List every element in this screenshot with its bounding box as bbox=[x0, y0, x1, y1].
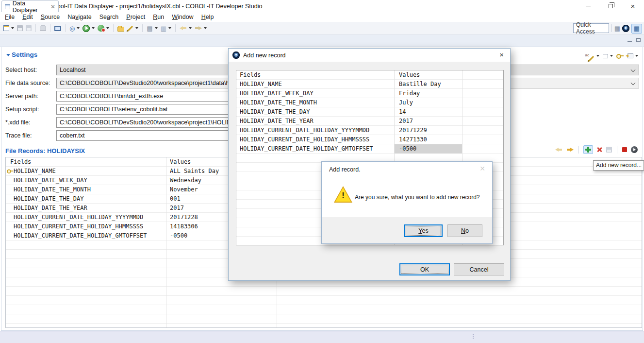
ok-button[interactable]: OK bbox=[399, 263, 450, 275]
menu-edit[interactable]: Edit bbox=[18, 13, 37, 21]
quick-access-box[interactable]: Quick Access bbox=[573, 23, 609, 33]
print-button[interactable] bbox=[39, 23, 47, 33]
save-all-button[interactable] bbox=[25, 23, 32, 33]
field-value-cell[interactable]: July bbox=[394, 98, 462, 107]
add-record-tooltip: Add new record... bbox=[593, 160, 644, 171]
layout-button[interactable] bbox=[602, 51, 613, 61]
open-perspective-icon[interactable]: ▦ bbox=[614, 25, 620, 32]
close-button[interactable]: × bbox=[622, 0, 644, 12]
coverage-icon bbox=[98, 25, 104, 32]
stop-button[interactable] bbox=[622, 145, 627, 154]
dialog-close-icon[interactable]: × bbox=[499, 51, 504, 58]
field-name-cell: HOLIDAY_DATE_WEEK_DAY bbox=[236, 89, 394, 98]
table-row[interactable]: HOLIDAY_CURRENT_DATE_HOLIDAY_HHMMSSSS 14… bbox=[236, 135, 503, 144]
menu-help[interactable]: Help bbox=[198, 13, 218, 21]
table-row[interactable]: HOLIDAY_CURRENT_DATE_HOLIDAY_YYYYMMDD 20… bbox=[236, 126, 503, 135]
tab-close-icon[interactable]: ✕ bbox=[50, 4, 55, 10]
minimize-button[interactable] bbox=[577, 0, 599, 12]
view-stack-buttons bbox=[627, 38, 641, 42]
field-name-cell: HOLIDAY_DATE_THE_DAY bbox=[236, 107, 394, 117]
cobol-perspective-icon[interactable] bbox=[622, 25, 629, 32]
save-button[interactable] bbox=[17, 23, 23, 33]
field-value-cell[interactable]: Friday bbox=[394, 89, 462, 98]
no-button[interactable]: No bbox=[447, 224, 482, 237]
table-row[interactable]: HOLIDAY_NAME Bastille Day bbox=[236, 80, 503, 89]
confirm-close-icon[interactable]: ✕ bbox=[479, 165, 485, 172]
import-button[interactable] bbox=[627, 51, 639, 61]
field-value-cell[interactable]: 20171229 bbox=[394, 126, 462, 135]
edit-mode-button[interactable]: ac bbox=[585, 51, 600, 61]
active-perspective-button[interactable]: ▦ bbox=[631, 24, 642, 34]
menu-search[interactable]: Search bbox=[96, 13, 123, 21]
field-name-cell: HOLIDAY_NAME bbox=[6, 167, 166, 176]
menu-window[interactable]: Window bbox=[168, 13, 197, 21]
field-name-cell: HOLIDAY_DATE_THE_MONTH bbox=[236, 98, 394, 107]
delete-record-icon bbox=[596, 147, 602, 153]
previous-record-button[interactable] bbox=[555, 145, 563, 154]
dialog-title: Add new record bbox=[243, 52, 286, 59]
key-icon bbox=[7, 169, 14, 173]
field-value-cell[interactable]: Bastille Day bbox=[394, 80, 462, 89]
cancel-button[interactable]: Cancel bbox=[454, 263, 504, 275]
field-value-cell[interactable]: 14271330 bbox=[394, 135, 462, 144]
console-button[interactable] bbox=[54, 23, 62, 33]
debug-button[interactable]: ◎ bbox=[69, 23, 80, 33]
table-row[interactable]: HOLIDAY_DATE_THE_MONTH July bbox=[236, 98, 503, 107]
menu-navigate[interactable]: Navigate bbox=[64, 13, 95, 21]
annotate-button[interactable] bbox=[127, 23, 139, 33]
folder-icon bbox=[117, 27, 124, 32]
field-name-cell: HOLIDAY_DATE_THE_YEAR bbox=[6, 204, 166, 213]
dropdown-arrow-icon bbox=[635, 55, 638, 57]
menu-file[interactable]: File bbox=[1, 13, 18, 21]
last-edit-button[interactable]: ▤ bbox=[146, 23, 158, 33]
minimize-view-icon[interactable] bbox=[627, 41, 632, 42]
import-icon bbox=[627, 53, 633, 58]
next-record-button[interactable] bbox=[566, 145, 574, 154]
dropdown-arrow-icon bbox=[596, 55, 599, 57]
open-resource-button[interactable] bbox=[117, 23, 125, 33]
run-record-button[interactable] bbox=[630, 145, 638, 154]
table-row[interactable]: HOLIDAY_CURRENT_DATE_HOLIDAY_GMTOFFSET -… bbox=[236, 144, 503, 154]
table-row[interactable]: HOLIDAY_DATE_WEEK_DAY Friday bbox=[236, 89, 503, 98]
setup-script-label: Setup script: bbox=[5, 106, 39, 113]
view-icon bbox=[5, 4, 10, 9]
yes-button[interactable]: Yes bbox=[404, 224, 443, 237]
field-value-cell[interactable]: 14 bbox=[394, 107, 462, 117]
menu-bar: File Edit Source Navigate Search Project… bbox=[0, 12, 644, 22]
toolbar-separator bbox=[611, 24, 612, 32]
delete-record-button[interactable] bbox=[596, 145, 603, 154]
restore-button[interactable] bbox=[599, 0, 622, 12]
run-button[interactable] bbox=[82, 23, 95, 33]
trace-file-label: Trace file: bbox=[5, 132, 32, 139]
pencil-icon bbox=[128, 25, 133, 31]
menu-run[interactable]: Run bbox=[149, 13, 168, 21]
field-value-cell[interactable]: 2017 bbox=[394, 117, 462, 126]
confirm-dialog: Add record. ✕ ! Are you sure, what you w… bbox=[321, 161, 493, 244]
save-record-button[interactable] bbox=[606, 145, 612, 154]
field-value-cell-selected[interactable]: -0500 bbox=[394, 144, 462, 154]
key-button[interactable] bbox=[616, 51, 625, 61]
menu-project[interactable]: Project bbox=[122, 13, 149, 21]
link-editor-button[interactable]: ▥ bbox=[160, 23, 172, 33]
file-data-source-label: File data source: bbox=[5, 80, 50, 86]
minimize-icon bbox=[586, 6, 591, 6]
status-grip[interactable] bbox=[473, 334, 474, 335]
edit-mode-icon: ac bbox=[585, 53, 594, 59]
maximize-view-icon[interactable] bbox=[636, 38, 641, 42]
confirm-message: Are you sure, what you want to add new r… bbox=[355, 194, 488, 201]
coverage-button[interactable] bbox=[97, 23, 110, 33]
field-name-cell: HOLIDAY_CURRENT_DATE_HOLIDAY_GMTOFFSET bbox=[6, 231, 166, 240]
forward-button[interactable] bbox=[194, 23, 207, 33]
dropdown-arrow-icon bbox=[106, 27, 109, 29]
tab-data-displayer[interactable]: Data Displayer ✕ bbox=[1, 0, 59, 12]
back-button[interactable] bbox=[179, 23, 192, 33]
console-icon bbox=[54, 26, 61, 31]
records-toolbar bbox=[555, 145, 638, 154]
section-collapse-icon[interactable] bbox=[6, 54, 10, 56]
new-wizard-button[interactable] bbox=[3, 23, 15, 33]
add-record-button[interactable] bbox=[583, 145, 593, 154]
fields-column-header: Fields bbox=[6, 157, 166, 167]
table-row[interactable]: HOLIDAY_DATE_THE_DAY 14 bbox=[236, 107, 503, 117]
menu-source[interactable]: Source bbox=[37, 13, 64, 21]
table-row[interactable]: HOLIDAY_DATE_THE_YEAR 2017 bbox=[236, 117, 503, 126]
